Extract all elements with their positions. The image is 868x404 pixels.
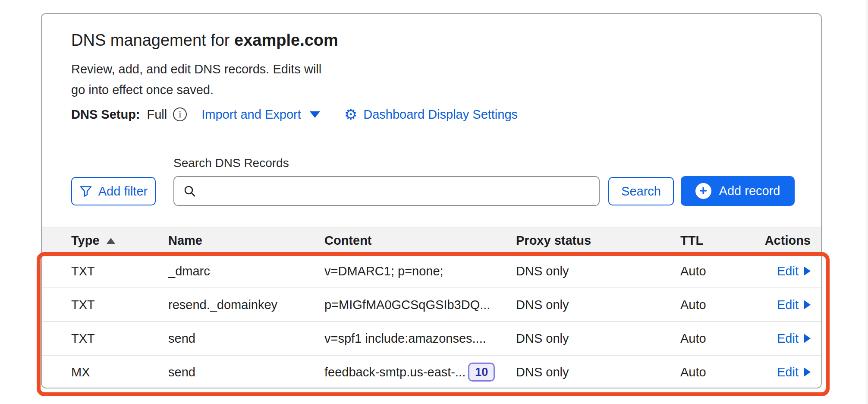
search-input-container	[173, 176, 600, 206]
cell-content-text: feedback-smtp.us-east-...	[324, 365, 465, 379]
table-row: TXT resend._domainkey p=MIGfMA0GCSqGSIb3…	[42, 287, 821, 321]
table-body: TXT _dmarc v=DMARC1; p=none; DNS only Au…	[42, 254, 821, 388]
cell-proxy-status: DNS only	[516, 298, 680, 312]
edit-label: Edit	[777, 365, 799, 379]
add-filter-label: Add filter	[98, 184, 148, 199]
column-header-type[interactable]: Type	[71, 234, 168, 248]
edit-record-button[interactable]: Edit	[777, 365, 811, 379]
edit-record-button[interactable]: Edit	[777, 331, 811, 346]
arrow-right-icon	[804, 367, 811, 377]
table-row: MX send feedback-smtp.us-east-... 10 DNS…	[42, 355, 821, 388]
cell-ttl: Auto	[680, 298, 760, 312]
dns-setup-row: DNS Setup: Full i Import and Export ⚙ Da…	[71, 105, 518, 123]
description-line: go into effect once saved.	[71, 79, 321, 100]
add-record-label: Add record	[719, 184, 780, 198]
chevron-down-icon	[310, 111, 320, 118]
cell-proxy-status: DNS only	[516, 365, 680, 379]
cell-name: resend._domainkey	[168, 298, 324, 312]
cell-proxy-status: DNS only	[516, 331, 680, 346]
edit-label: Edit	[777, 331, 799, 346]
cell-name: _dmarc	[168, 264, 324, 278]
page-title-prefix: DNS management for	[71, 31, 234, 49]
cell-ttl: Auto	[680, 331, 760, 346]
edit-record-button[interactable]: Edit	[777, 264, 811, 278]
cell-name: send	[168, 365, 324, 379]
table-header-row: Type Name Content Proxy status TTL Actio…	[42, 227, 821, 254]
arrow-right-icon	[804, 300, 811, 309]
sort-ascending-icon	[107, 238, 115, 244]
cell-name: send	[168, 331, 324, 346]
column-header-ttl: TTL	[680, 234, 760, 248]
search-button[interactable]: Search	[608, 177, 674, 205]
arrow-right-icon	[804, 266, 811, 276]
edit-label: Edit	[777, 298, 799, 312]
gear-icon: ⚙	[344, 107, 357, 122]
import-export-link[interactable]: Import and Export	[201, 107, 320, 122]
cell-ttl: Auto	[680, 365, 760, 379]
dns-management-page: DNS management for example.com Review, a…	[0, 0, 868, 404]
edit-label: Edit	[777, 264, 799, 278]
edit-record-button[interactable]: Edit	[777, 298, 811, 312]
info-icon[interactable]: i	[173, 107, 187, 121]
cell-proxy-status: DNS only	[516, 264, 680, 278]
filter-icon	[79, 185, 92, 198]
plus-circle-icon: +	[695, 183, 711, 199]
cell-content: feedback-smtp.us-east-... 10	[324, 363, 516, 382]
cell-content: v=spf1 include:amazonses....	[324, 331, 516, 346]
scrollbar-track[interactable]	[866, 0, 868, 404]
add-filter-button[interactable]: Add filter	[71, 177, 156, 205]
cell-ttl: Auto	[680, 264, 760, 278]
description-line: Review, add, and edit DNS records. Edits…	[71, 59, 321, 79]
search-input[interactable]	[202, 177, 590, 205]
page-title-domain: example.com	[234, 31, 338, 49]
page-title: DNS management for example.com	[71, 30, 338, 50]
cell-type: TXT	[71, 331, 168, 346]
dashboard-display-settings-label: Dashboard Display Settings	[363, 107, 518, 122]
cell-type: TXT	[71, 298, 168, 312]
column-header-content: Content	[324, 234, 516, 248]
cell-content: p=MIGfMA0GCSqGSIb3DQ...	[324, 298, 516, 312]
cell-type: MX	[71, 365, 168, 379]
add-record-button[interactable]: + Add record	[681, 176, 795, 206]
import-export-label: Import and Export	[201, 107, 301, 122]
table-row: TXT _dmarc v=DMARC1; p=none; DNS only Au…	[42, 254, 821, 287]
page-description: Review, add, and edit DNS records. Edits…	[71, 59, 321, 100]
search-icon	[183, 184, 197, 198]
search-dns-records-label: Search DNS Records	[173, 156, 289, 170]
cell-type: TXT	[71, 264, 168, 278]
dashboard-display-settings-link[interactable]: ⚙ Dashboard Display Settings	[344, 107, 518, 122]
search-button-label: Search	[621, 184, 661, 199]
cell-content: v=DMARC1; p=none;	[324, 264, 516, 278]
column-header-name: Name	[168, 234, 324, 248]
column-header-type-label: Type	[71, 234, 100, 248]
column-header-actions: Actions	[765, 234, 811, 248]
dns-setup-value: Full	[147, 107, 167, 122]
mx-priority-badge: 10	[468, 363, 495, 382]
table-row: TXT send v=spf1 include:amazonses.... DN…	[42, 321, 821, 355]
column-header-proxy-status: Proxy status	[516, 234, 680, 248]
arrow-right-icon	[804, 334, 811, 343]
dns-management-card: DNS management for example.com Review, a…	[41, 13, 822, 388]
dns-setup-label: DNS Setup:	[71, 107, 140, 122]
